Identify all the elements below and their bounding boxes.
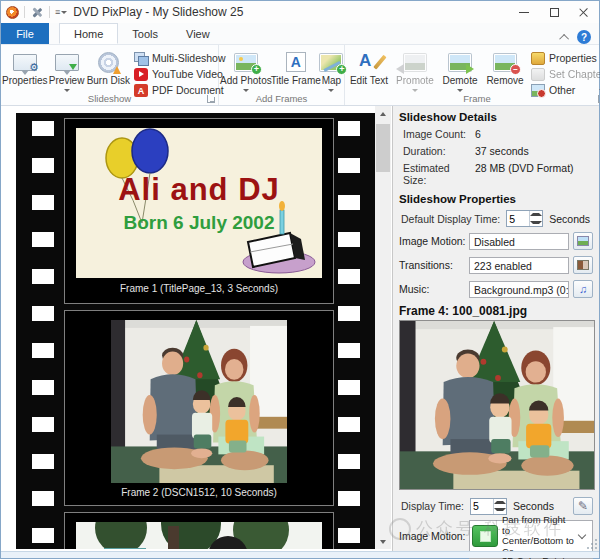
triangle-down-icon	[494, 508, 506, 511]
default-display-time-spinner	[506, 210, 543, 227]
image-motion-value-line1: Pan from Right to	[502, 515, 575, 536]
collapse-ribbon-icon[interactable]	[559, 33, 569, 43]
display-time-row: Display Time: Seconds	[401, 497, 593, 515]
music-label: Music:	[399, 283, 469, 295]
quick-access-tools-icon[interactable]	[30, 6, 44, 19]
film-sprockets-left	[32, 113, 54, 549]
close-button[interactable]	[569, 1, 599, 23]
content-area: Ali and DJ Born 6 July 2002 Frame 1 (Tit…	[1, 106, 599, 551]
divider	[49, 6, 50, 18]
minus-badge-icon	[510, 64, 521, 75]
scrollbar-thumb[interactable]	[376, 124, 390, 172]
map-button[interactable]: Map	[320, 47, 343, 95]
music-field[interactable]: Background.mp3 (0:08)	[469, 281, 569, 298]
filmstrip: Ali and DJ Born 6 July 2002 Frame 1 (Tit…	[16, 113, 376, 549]
screen-settings-icon	[13, 54, 37, 71]
group-label-add-frames: Add Frames	[219, 93, 344, 104]
slideshow-details-heading: Slideshow Details	[399, 111, 593, 123]
frame1-title-text: Ali and DJ	[76, 172, 322, 208]
close-icon	[579, 7, 589, 17]
frame2-caption: Frame 2 (DSCN1512, 10 Seconds)	[65, 487, 333, 498]
multi-slideshow-button[interactable]: Multi-Slideshow	[131, 50, 217, 66]
image-motion-field[interactable]: Disabled	[469, 233, 569, 250]
ribbon: Properties Preview Burn Disk Multi-Slide…	[1, 44, 599, 106]
dialog-launcher-icon[interactable]	[207, 95, 215, 103]
chapter-icon	[531, 68, 545, 81]
display-time-input[interactable]	[471, 499, 493, 514]
maximize-button[interactable]	[539, 1, 569, 23]
film-frame-3[interactable]	[64, 512, 334, 549]
title-frame-button[interactable]: Title Frame	[272, 47, 320, 95]
film-frame-2[interactable]: Frame 2 (DSCN1512, 10 Seconds)	[64, 310, 334, 506]
picture-icon	[577, 236, 589, 246]
film-frame-1[interactable]: Ali and DJ Born 6 July 2002 Frame 1 (Tit…	[64, 118, 334, 304]
frame-properties-button[interactable]: Properties	[528, 50, 600, 66]
image-motion-settings-button[interactable]	[573, 232, 593, 250]
group-label-slideshow: Slideshow	[1, 93, 218, 104]
app-logo-icon	[6, 6, 19, 19]
preview-button[interactable]: Preview	[48, 47, 86, 95]
pencil-icon	[578, 499, 588, 513]
image-motion-row: Image Motion: Disabled	[399, 232, 593, 250]
promote-button: Promote	[392, 47, 438, 95]
edit-text-button[interactable]: Edit Text	[346, 47, 392, 95]
estimated-size-row: Estimated Size: 28 MB (DVD Format)	[403, 162, 593, 186]
spin-down-button[interactable]	[530, 219, 542, 227]
frame4-heading: Frame 4: 100_0081.jpg	[399, 304, 593, 318]
properties-button[interactable]: Properties	[2, 47, 48, 95]
spin-up-button[interactable]	[530, 211, 542, 219]
triangle-up-icon	[494, 501, 506, 504]
disc-burn-icon	[98, 52, 119, 73]
spin-down-button[interactable]	[494, 506, 506, 514]
youtube-video-button[interactable]: YouTube Video	[131, 66, 217, 82]
map-icon	[320, 54, 342, 71]
frame-image-motion-select[interactable]: Pan from Right to Center/Bottom to Ce...	[469, 520, 593, 552]
add-photos-button[interactable]: Add Photos	[220, 47, 272, 95]
properties-panel: Slideshow Details Image Count: 6 Duratio…	[392, 106, 599, 551]
demote-icon	[449, 54, 471, 71]
frame1-subtitle-text: Born 6 July 2002	[76, 212, 322, 234]
titlebar: ≡ DVD PixPlay - My Slideshow 25	[1, 1, 599, 23]
frame1-caption: Frame 1 (TitlePage_13, 3 Seconds)	[65, 283, 333, 294]
resize-grip[interactable]	[587, 539, 597, 549]
frame3-photo	[76, 522, 322, 549]
filmstrip-panel: Ali and DJ Born 6 July 2002 Frame 1 (Tit…	[2, 106, 392, 551]
tab-file[interactable]: File	[1, 23, 49, 44]
image-motion-label: Image Motion:	[399, 235, 469, 247]
properties-tag-icon	[531, 52, 545, 65]
tab-view[interactable]: View	[172, 23, 224, 44]
help-icon[interactable]	[577, 30, 591, 44]
triangle-down-icon	[530, 221, 542, 224]
default-display-time-input[interactable]	[507, 211, 529, 226]
burn-disk-button[interactable]: Burn Disk	[86, 47, 131, 95]
quick-access-dropdown[interactable]: ≡	[55, 8, 67, 17]
scroll-up-button[interactable]	[375, 106, 391, 121]
remove-icon	[494, 54, 516, 71]
filmstrip-scrollbar[interactable]	[375, 106, 391, 549]
transitions-field[interactable]: 223 enabled	[469, 257, 569, 274]
multi-slideshow-icon	[134, 52, 148, 65]
display-time-label: Display Time:	[401, 500, 464, 512]
frame-image-motion-row: Image Motion: Pan from Right to Center/B…	[399, 520, 593, 552]
transitions-settings-button[interactable]	[573, 256, 593, 274]
spin-up-button[interactable]	[494, 499, 506, 507]
minimize-button[interactable]	[509, 1, 539, 23]
image-count-label: Image Count:	[403, 128, 475, 140]
default-display-time-row: Default Display Time: Seconds	[401, 210, 593, 227]
remove-button[interactable]: Remove	[482, 47, 528, 95]
tab-tools[interactable]: Tools	[118, 23, 172, 44]
transition-icon	[577, 260, 589, 270]
chevron-down-icon	[328, 89, 334, 92]
pan-motion-icon	[472, 525, 498, 547]
triangle-up-icon	[380, 112, 386, 116]
triangle-up-icon	[530, 213, 542, 216]
music-settings-button[interactable]	[573, 280, 593, 298]
tab-home[interactable]: Home	[59, 23, 118, 44]
demote-button[interactable]: Demote	[438, 47, 482, 95]
edit-caption-button[interactable]	[573, 497, 593, 515]
transitions-row: Transitions: 223 enabled	[399, 256, 593, 274]
minimize-icon	[519, 12, 529, 13]
ribbon-group-frame: Edit Text Promote Demote Remove Properti…	[345, 45, 600, 105]
scroll-down-button[interactable]	[375, 534, 391, 549]
frame-image-motion-label: Image Motion:	[399, 530, 469, 542]
